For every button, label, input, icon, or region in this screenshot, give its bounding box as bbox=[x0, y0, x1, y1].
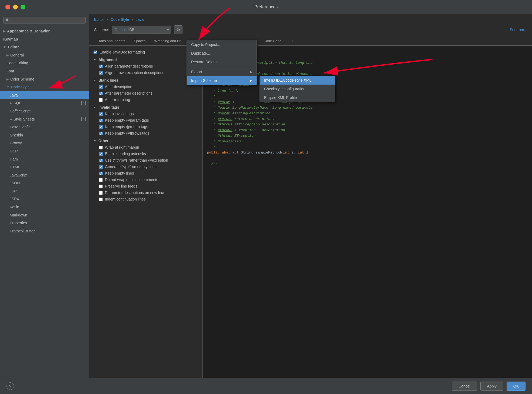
submenu-checkstyle[interactable]: Checkstyle configuration bbox=[260, 85, 335, 93]
sidebar-item-gsp[interactable]: GSP bbox=[0, 147, 89, 155]
after-param-checkbox[interactable] bbox=[99, 92, 103, 95]
sidebar-item-editor[interactable]: ▼ Editor bbox=[0, 43, 89, 51]
keep-empty-lines-checkbox[interactable] bbox=[99, 172, 103, 175]
sidebar-item-appearance-behavior[interactable]: ▶ Appearance & Behavior bbox=[0, 27, 89, 35]
sidebar-item-color-scheme[interactable]: ▶ Color Scheme bbox=[0, 75, 89, 84]
close-button[interactable] bbox=[5, 5, 10, 9]
sidebar-item-properties[interactable]: Properties bbox=[0, 219, 89, 227]
scheme-dropdown-wrapper: Default IDE ▾ bbox=[112, 26, 171, 34]
after-description-checkbox[interactable] bbox=[99, 85, 103, 89]
blank-lines-content: After description After parameter descri… bbox=[94, 84, 198, 103]
sidebar-item-gherkin[interactable]: Gherkin bbox=[0, 131, 89, 139]
minimize-button[interactable] bbox=[13, 5, 18, 9]
gear-button[interactable]: ⚙ bbox=[174, 25, 182, 34]
keep-empty-return-label: Keep empty @return tags bbox=[105, 125, 148, 129]
collapse-arrow: ▶ bbox=[10, 101, 12, 105]
scheme-dropdown[interactable]: Default IDE bbox=[112, 26, 171, 34]
sidebar-label: GSP bbox=[10, 149, 18, 154]
code-line-13: * @return return description. bbox=[207, 116, 528, 122]
keep-invalid-row: Keep invalid tags bbox=[99, 111, 198, 117]
enable-leading-asterisks-checkbox[interactable] bbox=[99, 152, 103, 156]
sidebar-label: Color Scheme bbox=[10, 77, 34, 82]
section-blank-lines[interactable]: ▼ Blank lines bbox=[94, 76, 198, 84]
search-input[interactable] bbox=[11, 18, 83, 22]
tab-more-icon[interactable]: » bbox=[289, 37, 296, 45]
tab-wrapping[interactable]: Wrapping and Br... bbox=[150, 37, 187, 46]
set-from-link[interactable]: Set from... bbox=[510, 28, 527, 32]
sidebar-item-json[interactable]: JSON bbox=[0, 179, 89, 187]
sidebar-item-java[interactable]: Java bbox=[0, 91, 89, 99]
menu-duplicate[interactable]: Duplicate... bbox=[187, 49, 257, 58]
sidebar-item-groovy[interactable]: Groovy bbox=[0, 139, 89, 147]
sidebar-item-editorconfig[interactable]: EditorConfig bbox=[0, 123, 89, 131]
search-box[interactable]: 🔍 bbox=[3, 17, 86, 24]
sidebar-item-coffeescript[interactable]: CoffeeScript bbox=[0, 107, 89, 115]
sidebar-item-font[interactable]: Font bbox=[0, 67, 89, 75]
menu-restore-defaults[interactable]: Restore Defaults bbox=[187, 58, 257, 66]
sidebar-item-sql[interactable]: ▶ SQL □ bbox=[0, 99, 89, 107]
keep-invalid-label: Keep invalid tags bbox=[105, 112, 134, 116]
align-param-checkbox[interactable] bbox=[99, 65, 103, 68]
after-return-checkbox[interactable] bbox=[99, 98, 103, 102]
menu-import-scheme[interactable]: Import Scheme ▶ bbox=[187, 76, 257, 85]
sidebar-item-keymap[interactable]: Keymap bbox=[0, 35, 89, 44]
indent-continuation-label: Indent continuation lines bbox=[105, 197, 146, 201]
tab-tabs-indents[interactable]: Tabs and Indents bbox=[94, 37, 129, 46]
sidebar-label: Properties bbox=[10, 221, 27, 226]
collapse-arrow: ▶ bbox=[6, 77, 9, 81]
code-line-9: * bbox=[207, 94, 528, 99]
section-invalid-tags[interactable]: ▼ Invalid tags bbox=[94, 103, 198, 111]
sidebar-item-jsp[interactable]: JSP bbox=[0, 187, 89, 195]
section-other[interactable]: ▼ Other bbox=[94, 136, 198, 144]
sidebar-item-code-editing[interactable]: Code Editing bbox=[0, 59, 89, 67]
maximize-button[interactable] bbox=[21, 5, 25, 9]
keep-empty-throws-row: Keep empty @throws tags bbox=[99, 130, 198, 136]
sidebar-item-protocol-buffer[interactable]: Protocol Buffer bbox=[0, 227, 89, 235]
tab-spaces[interactable]: Spaces bbox=[129, 37, 150, 46]
use-throws-row: Use @throws rather than @exception bbox=[99, 157, 198, 163]
menu-export[interactable]: Export ▶ bbox=[187, 68, 257, 76]
param-new-line-checkbox[interactable] bbox=[99, 191, 103, 195]
sidebar-item-code-style[interactable]: ▼ Code Style bbox=[0, 83, 89, 91]
sidebar-item-javascript[interactable]: JavaScript bbox=[0, 171, 89, 179]
sidebar-item-jspx[interactable]: JSPX bbox=[0, 195, 89, 203]
code-line-20 bbox=[207, 156, 528, 161]
submenu-intellij-xml[interactable]: IntelliJ IDEA code style XML bbox=[260, 76, 335, 85]
keep-invalid-checkbox[interactable] bbox=[99, 112, 103, 116]
sidebar-item-kotlin[interactable]: Kotlin bbox=[0, 203, 89, 211]
ok-button[interactable]: OK bbox=[507, 382, 526, 391]
keep-empty-throws-checkbox[interactable] bbox=[99, 132, 103, 135]
wrap-right-margin-checkbox[interactable] bbox=[99, 146, 103, 149]
keep-empty-param-checkbox[interactable] bbox=[99, 119, 103, 122]
context-menu: Copy to Project... Duplicate... Restore … bbox=[187, 40, 257, 85]
enable-javadoc-label: Enable JavaDoc formatting bbox=[99, 50, 145, 54]
section-arrow-invalid-tags: ▼ bbox=[94, 106, 96, 109]
generate-p-checkbox[interactable] bbox=[99, 165, 103, 169]
preserve-line-feeds-checkbox[interactable] bbox=[99, 185, 103, 188]
apply-button[interactable]: Apply bbox=[480, 382, 503, 391]
no-wrap-one-line-checkbox[interactable] bbox=[99, 178, 103, 182]
sidebar-item-general[interactable]: ▶ General bbox=[0, 51, 89, 59]
sidebar-item-haml[interactable]: Haml bbox=[0, 155, 89, 163]
param-new-line-row: Parameter descriptions on new line bbox=[99, 189, 198, 196]
align-thrown-checkbox[interactable] bbox=[99, 71, 103, 75]
tab-code-gen[interactable]: Code Gene... bbox=[259, 37, 289, 46]
sidebar-item-html[interactable]: HTML bbox=[0, 163, 89, 171]
use-throws-checkbox[interactable] bbox=[99, 159, 103, 162]
sidebar-label: EditorConfig bbox=[10, 125, 31, 130]
indent-continuation-checkbox[interactable] bbox=[99, 198, 103, 201]
sidebar-item-markdown[interactable]: Markdown bbox=[0, 211, 89, 219]
enable-javadoc-checkbox[interactable] bbox=[94, 51, 97, 54]
tabs-bar: Tabs and Indents Spaces Wrapping and Br.… bbox=[89, 37, 532, 46]
submenu-eclipse-xml[interactable]: Eclipse XML Profile bbox=[260, 93, 335, 102]
help-button[interactable]: ? bbox=[6, 382, 14, 390]
window-controls bbox=[5, 5, 25, 9]
code-line-21: /** bbox=[207, 161, 528, 167]
keep-empty-return-checkbox[interactable] bbox=[99, 125, 103, 129]
after-description-row: After description bbox=[99, 84, 198, 90]
cancel-button[interactable]: Cancel bbox=[452, 382, 477, 391]
menu-copy-to-project[interactable]: Copy to Project... bbox=[187, 40, 257, 49]
sidebar-item-style-sheets[interactable]: ▶ Style Sheets □ bbox=[0, 115, 89, 123]
code-line-14: * @throws XXXException description. bbox=[207, 122, 528, 128]
section-alignment[interactable]: ▼ Alignment bbox=[94, 55, 198, 63]
